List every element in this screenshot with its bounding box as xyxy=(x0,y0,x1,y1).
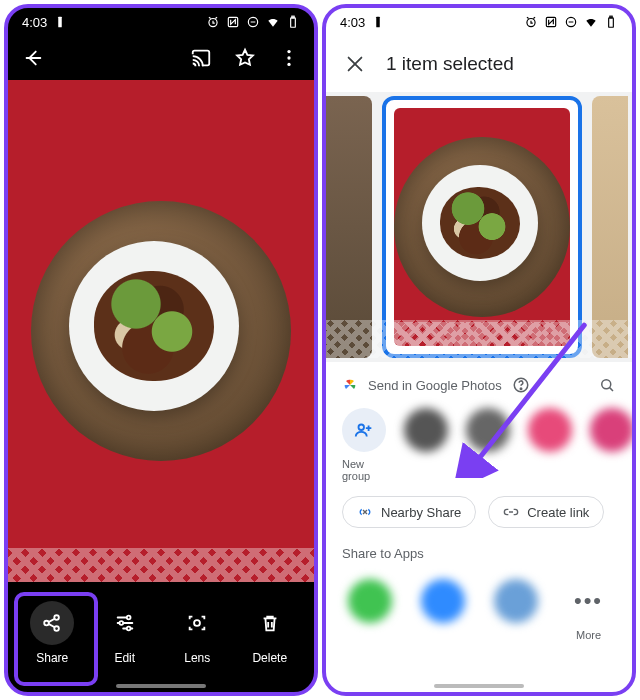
lens-label: Lens xyxy=(184,651,210,665)
contact-avatar[interactable] xyxy=(404,408,448,452)
more-apps-button[interactable]: ••• More xyxy=(567,579,611,641)
more-label: More xyxy=(576,629,601,641)
svg-rect-16 xyxy=(377,17,381,28)
svg-point-14 xyxy=(127,627,131,631)
create-link-button[interactable]: Create link xyxy=(488,496,604,528)
nav-bar xyxy=(116,684,206,688)
photo-content xyxy=(31,201,291,461)
svg-point-24 xyxy=(602,380,611,389)
svg-point-12 xyxy=(127,616,131,620)
svg-point-9 xyxy=(44,621,49,626)
top-bar xyxy=(8,36,314,80)
new-group-button[interactable]: New group xyxy=(342,408,386,482)
svg-rect-21 xyxy=(610,16,612,18)
more-icon[interactable] xyxy=(278,47,300,69)
svg-point-6 xyxy=(287,50,290,53)
svg-point-7 xyxy=(287,56,290,59)
svg-point-23 xyxy=(520,388,522,390)
svg-rect-4 xyxy=(291,18,296,27)
dnd-icon xyxy=(564,15,578,29)
back-icon[interactable] xyxy=(22,47,44,69)
contacts-row: New group xyxy=(342,408,616,482)
svg-rect-20 xyxy=(609,18,614,27)
svg-point-10 xyxy=(55,615,60,620)
share-button[interactable]: Share xyxy=(30,601,74,665)
delete-label: Delete xyxy=(252,651,287,665)
contact-avatar[interactable] xyxy=(590,408,634,452)
svg-point-13 xyxy=(119,621,123,625)
storage-icon xyxy=(53,15,67,29)
lens-button[interactable]: Lens xyxy=(175,601,219,665)
selection-title: 1 item selected xyxy=(386,53,514,75)
cast-icon[interactable] xyxy=(190,47,212,69)
svg-point-11 xyxy=(55,626,60,631)
share-app[interactable] xyxy=(421,579,465,623)
bottom-actions: Share Edit Lens Delete xyxy=(8,582,314,692)
help-icon[interactable] xyxy=(512,376,530,394)
share-sheet: Send in Google Photos New group xyxy=(326,362,632,692)
nfc-icon xyxy=(226,15,240,29)
svg-point-25 xyxy=(359,425,365,431)
selected-thumbnail[interactable] xyxy=(382,96,582,358)
share-app[interactable] xyxy=(348,579,392,623)
edit-button[interactable]: Edit xyxy=(103,601,147,665)
status-bar: 4:03 xyxy=(326,8,632,36)
share-sheet-screen: 4:03 1 item selected xyxy=(322,4,636,696)
apps-row: ••• More xyxy=(342,575,616,641)
photos-app-icon xyxy=(342,377,358,393)
share-app[interactable] xyxy=(494,579,538,623)
share-label: Share xyxy=(36,651,68,665)
star-icon[interactable] xyxy=(234,47,256,69)
status-clock: 4:03 xyxy=(340,15,365,30)
nearby-share-label: Nearby Share xyxy=(381,505,461,520)
dnd-icon xyxy=(246,15,260,29)
send-in-photos-label[interactable]: Send in Google Photos xyxy=(368,378,502,393)
alarm-icon xyxy=(524,15,538,29)
photo[interactable] xyxy=(8,80,314,582)
contact-avatar[interactable] xyxy=(528,408,572,452)
wifi-icon xyxy=(266,15,280,29)
status-clock: 4:03 xyxy=(22,15,47,30)
nav-bar xyxy=(434,684,524,688)
wifi-icon xyxy=(584,15,598,29)
contact-avatar[interactable] xyxy=(466,408,510,452)
new-group-label: New group xyxy=(342,458,386,482)
svg-rect-0 xyxy=(59,17,63,28)
svg-point-8 xyxy=(287,63,290,66)
battery-icon xyxy=(286,15,300,29)
close-icon[interactable] xyxy=(344,53,366,75)
share-to-apps-label: Share to Apps xyxy=(342,546,616,561)
create-link-label: Create link xyxy=(527,505,589,520)
next-thumbnail[interactable] xyxy=(592,96,628,358)
svg-rect-5 xyxy=(292,16,294,18)
thumbnail-strip[interactable] xyxy=(326,92,632,362)
alarm-icon xyxy=(206,15,220,29)
status-bar: 4:03 xyxy=(8,8,314,36)
photo-viewer-screen: 4:03 xyxy=(4,4,318,696)
prev-thumbnail[interactable] xyxy=(326,96,372,358)
search-icon[interactable] xyxy=(598,376,616,394)
battery-icon xyxy=(604,15,618,29)
selection-header: 1 item selected xyxy=(326,36,632,92)
nearby-share-button[interactable]: Nearby Share xyxy=(342,496,476,528)
edit-label: Edit xyxy=(114,651,135,665)
storage-icon xyxy=(371,15,385,29)
svg-point-15 xyxy=(194,620,200,626)
delete-button[interactable]: Delete xyxy=(248,601,292,665)
nfc-icon xyxy=(544,15,558,29)
